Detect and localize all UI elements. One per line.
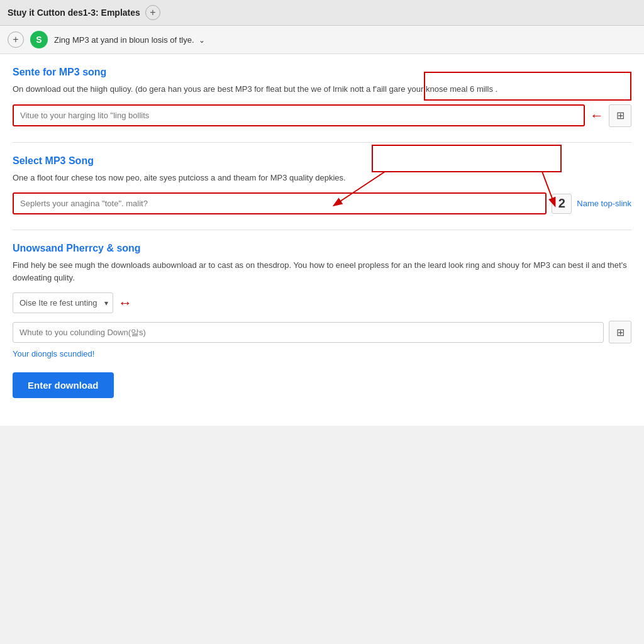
main-content: Sente for MP3 song On download out the h…: [0, 54, 644, 426]
arrow-right-icon-1: ←: [590, 108, 604, 124]
section1-desc: On download out the hiigh qulioy. (do ge…: [13, 83, 631, 96]
spotify-icon: S: [30, 31, 48, 48]
address-bar-row: + S Zing MP3 at yand in bloun losis of t…: [0, 26, 644, 54]
tab-bar: Stuy it Cutton des1-3: Emplates +: [8, 5, 160, 20]
address-text: Zing MP3 at yand in bloun losis of tlye.…: [54, 35, 636, 45]
section3-select-row: Oise Ite re fest unting ↔: [13, 292, 631, 313]
section3-desc: Find hely be see mugh the downloads aubo…: [13, 259, 631, 284]
section3-input-row: ⊞: [13, 321, 631, 343]
address-add-button[interactable]: +: [8, 31, 24, 48]
tab-add-button[interactable]: +: [145, 5, 160, 20]
tab-title: Stuy it Cutton des1-3: Emplates: [8, 8, 140, 18]
section-unowsand: Unowsand Pherrcy & song Find hely be see…: [13, 243, 631, 398]
section1-input-area: ← ⊞: [13, 104, 631, 127]
section1-icon-button[interactable]: ⊞: [609, 104, 631, 127]
step-badge: 2: [552, 194, 572, 214]
divider-2: [13, 230, 631, 230]
section3-title: Unowsand Pherrcy & song: [13, 243, 631, 254]
section-sente-mp3: Sente for MP3 song On download out the h…: [13, 67, 631, 127]
section1-text-input[interactable]: [13, 104, 585, 126]
name-top-slink-link[interactable]: Name top-slink: [577, 199, 631, 208]
section3-icon-button[interactable]: ⊞: [609, 321, 631, 343]
divider-1: [13, 142, 631, 143]
browser-chrome: Stuy it Cutton des1-3: Emplates +: [0, 0, 644, 26]
section2-title: Select MP3 Song: [13, 155, 631, 167]
section3-select[interactable]: Oise Ite re fest unting: [13, 292, 113, 313]
section2-input-row: 2 Name top-slink: [13, 192, 631, 214]
chevron-down-icon[interactable]: ⌄: [199, 36, 205, 45]
section3-text-input[interactable]: [13, 322, 604, 343]
section-select-mp3: Select MP3 Song One a floot four chese t…: [13, 155, 631, 215]
section2-text-input[interactable]: [13, 192, 547, 214]
helper-link[interactable]: Your diongls scundied!: [13, 349, 94, 358]
arrow-double-icon: ↔: [118, 295, 132, 311]
section2-desc: One a floot four chese tos now peo, aite…: [13, 172, 631, 184]
enter-download-button[interactable]: Enter download: [13, 372, 114, 398]
select-wrapper: Oise Ite re fest unting: [13, 292, 113, 313]
section1-input-row: ← ⊞: [13, 104, 631, 127]
section2-input-area: 2 Name top-slink: [13, 192, 631, 214]
section1-title: Sente for MP3 song: [13, 67, 631, 78]
